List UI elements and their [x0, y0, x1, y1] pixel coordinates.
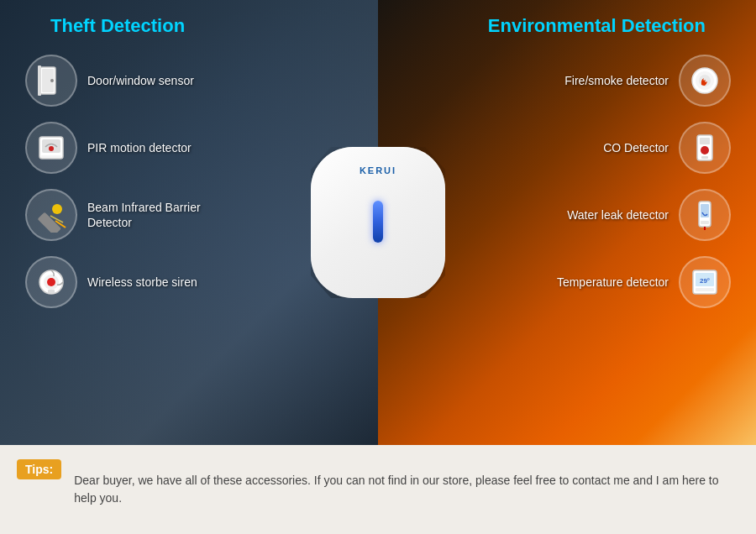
right-items-list: Fire/smoke detector CO Detector: [557, 55, 731, 308]
svg-point-12: [47, 278, 55, 286]
svg-rect-24: [704, 227, 706, 230]
list-item: PIR motion detector: [25, 122, 205, 174]
list-item: Fire/smoke detector: [564, 55, 731, 107]
beam-detector-icon: [25, 189, 77, 241]
device-led: [373, 201, 383, 243]
device-body: KERUI: [311, 147, 445, 298]
svg-point-2: [50, 79, 54, 82]
tips-text: Dear buyer, we have all of these accesso…: [74, 472, 739, 507]
theft-detection-header: Theft Detection: [50, 15, 185, 37]
pir-detector-icon: [25, 122, 77, 174]
tips-badge: Tips:: [17, 459, 61, 479]
svg-point-19: [701, 146, 709, 154]
beam-detector-label: Beam Infrared Barrier Detector: [87, 200, 205, 230]
list-item: Wireless storbe siren: [25, 256, 205, 308]
svg-rect-7: [41, 155, 61, 158]
water-leak-icon: [679, 189, 731, 241]
list-item: Beam Infrared Barrier Detector: [25, 189, 205, 241]
svg-text:29°: 29°: [700, 277, 710, 285]
temp-detector-icon: 29°: [679, 256, 731, 308]
device-brand-label: KERUI: [360, 165, 396, 175]
svg-point-9: [52, 204, 62, 214]
svg-rect-18: [700, 138, 710, 144]
list-item: Door/window sensor: [25, 55, 205, 107]
kerui-device: KERUI: [311, 147, 445, 298]
svg-rect-28: [696, 288, 714, 291]
hero-section: Theft Detection Environmental Detection …: [0, 0, 756, 445]
co-detector-icon: [679, 122, 731, 174]
svg-rect-23: [701, 221, 709, 224]
svg-rect-3: [38, 65, 41, 96]
pir-detector-label: PIR motion detector: [87, 140, 192, 155]
tips-bar: Tips: Dear buyer, we have all of these a…: [0, 445, 756, 534]
siren-icon: [25, 256, 77, 308]
left-items-list: Door/window sensor PIR motion detector: [25, 55, 205, 308]
list-item: 29° Temperature detector: [557, 256, 731, 308]
water-leak-label: Water leak detector: [567, 207, 669, 222]
siren-label: Wireless storbe siren: [87, 275, 197, 290]
svg-rect-20: [701, 156, 708, 159]
main-container: Theft Detection Environmental Detection …: [0, 0, 756, 534]
door-sensor-label: Door/window sensor: [87, 73, 194, 88]
fire-smoke-icon: [679, 55, 731, 107]
fire-smoke-label: Fire/smoke detector: [564, 73, 669, 88]
list-item: Water leak detector: [567, 189, 731, 241]
svg-point-6: [49, 146, 54, 151]
temp-detector-label: Temperature detector: [557, 275, 669, 290]
svg-rect-13: [48, 290, 55, 294]
list-item: CO Detector: [603, 122, 731, 174]
environmental-detection-header: Environmental Detection: [488, 15, 706, 37]
co-detector-label: CO Detector: [603, 140, 669, 155]
door-sensor-icon: [25, 55, 77, 107]
